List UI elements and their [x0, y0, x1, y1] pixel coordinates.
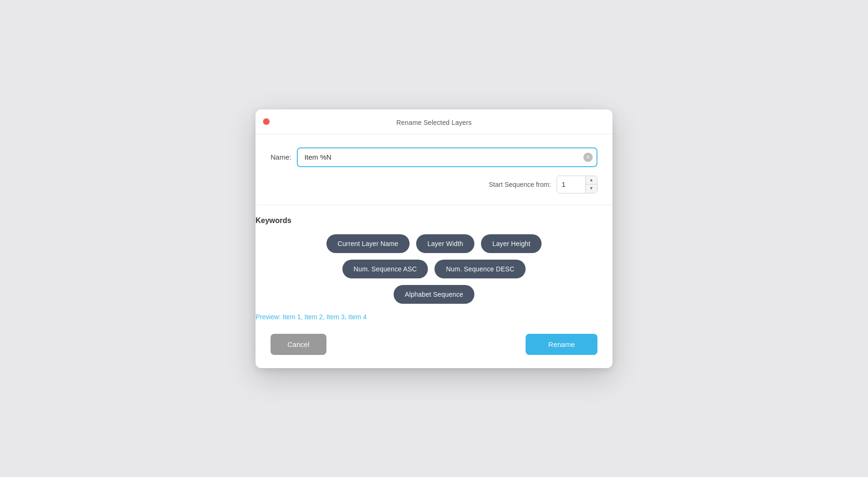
keyword-layer-width[interactable]: Layer Width — [416, 234, 474, 253]
keyword-alphabet-sequence[interactable]: Alphabet Sequence — [394, 285, 475, 304]
dialog-body: Name: × Start Sequence from: ▲ ▼ — [256, 134, 612, 193]
sequence-increment-button[interactable]: ▲ — [586, 176, 597, 185]
keyword-layer-height[interactable]: Layer Height — [481, 234, 542, 253]
name-label: Name: — [271, 153, 291, 161]
keywords-title: Keywords — [256, 216, 612, 225]
cancel-button[interactable]: Cancel — [271, 334, 326, 355]
preview-text: Preview: Item 1, Item 2, Item 3, Item 4 — [256, 313, 612, 321]
sequence-decrement-button[interactable]: ▼ — [586, 185, 597, 193]
keywords-row-1: Current Layer Name Layer Width Layer Hei… — [326, 234, 542, 253]
sequence-input-wrapper: ▲ ▼ — [557, 176, 597, 193]
rename-button[interactable]: Rename — [526, 334, 597, 355]
keywords-row-2: Num. Sequence ASC Num. Sequence DESC — [342, 260, 526, 278]
rename-dialog: Rename Selected Layers Name: × Start Seq… — [256, 109, 612, 368]
sequence-row: Start Sequence from: ▲ ▼ — [271, 176, 597, 193]
keyword-num-sequence-desc[interactable]: Num. Sequence DESC — [434, 260, 526, 278]
dialog-header: Rename Selected Layers — [256, 109, 612, 134]
close-button[interactable] — [263, 118, 270, 125]
keywords-grid: Current Layer Name Layer Width Layer Hei… — [256, 234, 612, 304]
sequence-input[interactable] — [557, 176, 585, 193]
dialog-title: Rename Selected Layers — [396, 119, 472, 126]
sequence-label: Start Sequence from: — [489, 181, 551, 188]
clear-input-button[interactable]: × — [583, 153, 593, 162]
keyword-num-sequence-asc[interactable]: Num. Sequence ASC — [342, 260, 428, 278]
name-input-wrapper: × — [297, 147, 597, 167]
name-input[interactable] — [297, 147, 597, 167]
sequence-spinners: ▲ ▼ — [585, 176, 597, 193]
name-row: Name: × — [271, 147, 597, 167]
dialog-footer: Cancel Rename — [256, 334, 612, 368]
keyword-current-layer-name[interactable]: Current Layer Name — [326, 234, 410, 253]
keywords-row-3: Alphabet Sequence — [394, 285, 475, 304]
keywords-section: Keywords Current Layer Name Layer Width … — [256, 205, 612, 321]
